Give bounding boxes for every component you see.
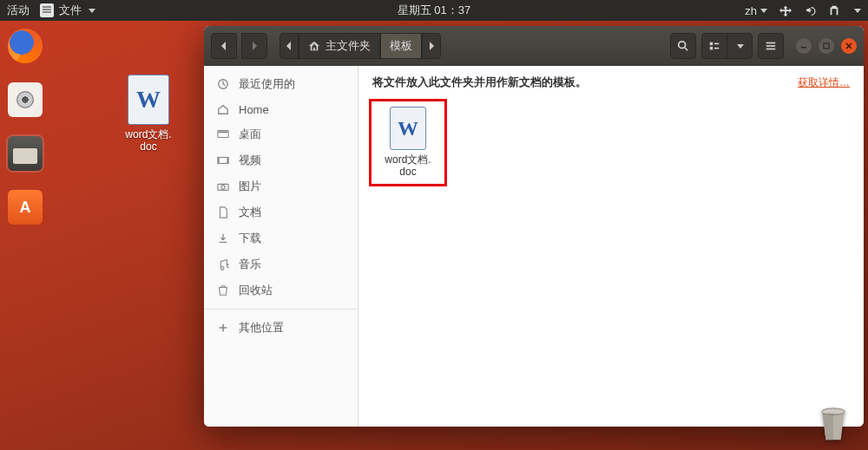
sidebar-item-label: 回收站 — [239, 283, 273, 298]
desktop-file-label: word文档.doc — [115, 128, 182, 153]
path-bar: 主文件夹 模板 — [279, 33, 441, 59]
activities-button[interactable]: 活动 — [7, 3, 30, 18]
path-current[interactable]: 模板 — [380, 33, 422, 59]
dock-firefox[interactable] — [5, 26, 45, 66]
file-item-label: word文档.doc — [385, 153, 431, 179]
music-icon — [216, 258, 230, 271]
system-menu-chevron-icon[interactable] — [854, 9, 861, 13]
home-icon — [308, 40, 320, 52]
dock-rhythmbox[interactable] — [5, 80, 45, 120]
sidebar-item-trash[interactable]: 回收站 — [204, 277, 358, 303]
svg-rect-13 — [219, 132, 228, 134]
sidebar-item-label: 音乐 — [239, 257, 261, 272]
battery-icon[interactable] — [828, 4, 840, 16]
sidebar-item-label: 其他位置 — [239, 320, 284, 336]
chevron-down-icon — [737, 44, 744, 49]
window-minimize-button[interactable] — [796, 38, 812, 54]
dock-software[interactable] — [5, 187, 45, 227]
svg-rect-9 — [801, 47, 806, 49]
svg-rect-14 — [218, 158, 228, 164]
top-panel: 活动 文件 星期五 01：37 zh — [0, 0, 868, 21]
svg-point-18 — [221, 186, 225, 189]
app-menu-label: 文件 — [59, 3, 82, 18]
camera-icon — [216, 179, 230, 193]
volume-icon[interactable] — [804, 4, 816, 16]
sidebar-item-desktop[interactable]: 桌面 — [204, 121, 358, 147]
files-icon — [8, 136, 43, 171]
rhythmbox-icon — [8, 82, 43, 117]
titlebar[interactable]: 主文件夹 模板 — [204, 26, 864, 66]
window-maximize-button[interactable] — [819, 38, 834, 54]
svg-point-0 — [679, 42, 686, 49]
search-button[interactable] — [670, 33, 696, 59]
firefox-icon — [8, 29, 43, 63]
files-app-icon — [40, 3, 54, 17]
path-collapse-button[interactable] — [279, 33, 299, 59]
view-options-button[interactable] — [727, 33, 753, 59]
sidebar-separator — [204, 309, 358, 310]
file-grid: word文档.doc — [358, 95, 864, 190]
sidebar-item-recent[interactable]: 最近使用的 — [204, 71, 358, 97]
desktop-file-word-doc[interactable]: word文档.doc — [115, 75, 182, 153]
sidebar-item-pictures[interactable]: 图片 — [204, 173, 358, 199]
software-store-icon — [8, 190, 43, 225]
sidebar-item-videos[interactable]: 视频 — [204, 147, 358, 173]
clock-icon — [216, 77, 230, 91]
search-icon — [677, 40, 689, 52]
svg-rect-16 — [227, 158, 228, 164]
svg-rect-3 — [710, 47, 713, 50]
svg-rect-6 — [766, 42, 776, 44]
sidebar-item-label: 最近使用的 — [239, 76, 295, 92]
svg-rect-7 — [766, 45, 776, 47]
svg-rect-4 — [714, 43, 719, 45]
sidebar-item-documents[interactable]: 文档 — [204, 199, 358, 225]
sidebar-item-downloads[interactable]: 下载 — [204, 225, 358, 251]
path-home-label: 主文件夹 — [326, 38, 371, 54]
info-details-link[interactable]: 获取详情… — [798, 75, 850, 90]
network-icon[interactable] — [779, 4, 792, 16]
download-icon — [216, 232, 230, 245]
word-document-icon — [390, 107, 426, 150]
dock-files[interactable] — [5, 134, 45, 173]
view-toggle-button[interactable] — [701, 33, 727, 59]
sidebar-item-music[interactable]: 音乐 — [204, 251, 358, 277]
path-current-label: 模板 — [390, 38, 412, 54]
dock — [3, 26, 47, 227]
sidebar-item-other-locations[interactable]: 其他位置 — [204, 315, 358, 341]
chevron-down-icon — [760, 9, 767, 13]
sidebar-item-home[interactable]: Home — [204, 97, 358, 121]
sidebar-item-label: 视频 — [239, 153, 261, 168]
document-icon — [216, 205, 230, 219]
svg-rect-10 — [824, 43, 829, 49]
trash-icon — [216, 284, 230, 297]
path-expand-button[interactable] — [422, 33, 441, 59]
nav-back-button[interactable] — [211, 33, 237, 59]
desktop-trash[interactable] — [816, 407, 851, 443]
svg-rect-8 — [766, 49, 776, 50]
home-icon — [216, 102, 230, 116]
clock[interactable]: 星期五 01：37 — [398, 3, 471, 18]
hamburger-menu-button[interactable] — [758, 33, 784, 59]
files-window: 主文件夹 模板 — [204, 26, 864, 427]
info-message: 将文件放入此文件夹并用作新文档的模板。 — [372, 75, 587, 90]
hamburger-icon — [765, 40, 777, 52]
word-document-icon — [128, 75, 169, 125]
svg-rect-15 — [218, 158, 220, 164]
svg-rect-5 — [714, 48, 719, 49]
window-close-button[interactable] — [841, 38, 857, 54]
templates-info-bar: 将文件放入此文件夹并用作新文档的模板。 获取详情… — [358, 66, 864, 95]
chevron-down-icon — [89, 9, 95, 13]
nav-forward-button[interactable] — [241, 33, 267, 59]
sidebar-item-label: 图片 — [239, 179, 261, 194]
sidebar-item-label: Home — [239, 103, 269, 116]
input-method-indicator[interactable]: zh — [745, 4, 767, 17]
list-view-icon — [708, 40, 720, 52]
sidebar-item-label: 文档 — [239, 205, 261, 220]
content-area[interactable]: 将文件放入此文件夹并用作新文档的模板。 获取详情… word文档.doc — [358, 66, 864, 427]
trash-can-icon — [816, 407, 851, 443]
path-home[interactable]: 主文件夹 — [299, 33, 380, 59]
file-item-word-doc[interactable]: word文档.doc — [369, 99, 447, 186]
sidebar-item-label: 下载 — [239, 231, 261, 246]
app-menu[interactable]: 文件 — [40, 3, 95, 18]
places-sidebar: 最近使用的 Home 桌面 视频 图片 文档 — [204, 66, 358, 427]
